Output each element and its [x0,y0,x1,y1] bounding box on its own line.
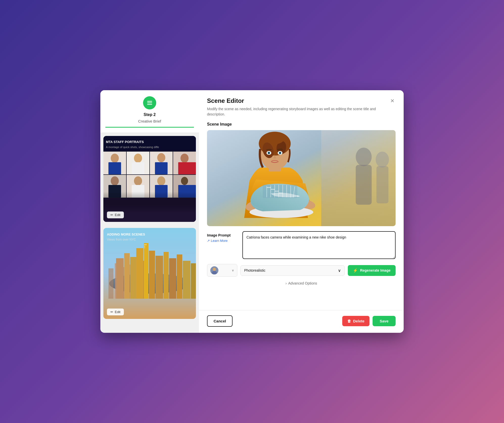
style-label: Photorealistic [244,268,336,272]
svg-text:Views from over NYC: Views from over NYC [107,238,136,241]
controls-row: ∨ Photorealistic ∨ ⚡ Regenerate Image [207,264,396,277]
close-icon: ✕ [390,98,395,104]
svg-rect-11 [132,162,144,174]
menu-icon [146,100,153,106]
close-button[interactable]: ✕ [389,97,396,104]
svg-rect-2 [147,104,152,105]
svg-rect-44 [144,243,148,299]
prompt-label: Image Prompt [207,233,237,237]
svg-point-60 [356,148,372,166]
svg-rect-79 [263,185,297,198]
prompt-textarea[interactable]: Catriona faces camera while examining a … [242,231,396,259]
nyc-illustration: ADDING MORE SCENES Views from over NYC [103,228,196,319]
section-image-title: Scene Image [207,122,396,127]
external-link-icon: ↗ [207,239,210,243]
svg-rect-53 [146,244,146,245]
regenerate-button[interactable]: ⚡ Regenerate Image [348,265,396,276]
svg-rect-17 [178,162,196,174]
advanced-options-label: Advanced Options [288,281,317,285]
trash-icon: 🗑 [347,319,351,323]
avatar-image [210,266,218,274]
save-button[interactable]: Save [373,316,396,326]
svg-rect-43 [136,248,143,299]
svg-point-72 [268,152,270,154]
editor-header: Scene Editor ✕ Modify the scene as neede… [199,90,404,117]
scene-card-nyc: ADDING MORE SCENES Views from over NYC ✏… [103,228,196,319]
svg-rect-50 [183,261,190,299]
chevron-right-icon: › [285,281,287,285]
svg-rect-63 [376,166,388,203]
scene-editor-panel: Scene Editor ✕ Modify the scene as neede… [199,90,404,333]
edit-pencil-icon-2: ✏ [110,310,113,314]
prompt-row: Image Prompt ↗ Learn More Catriona faces… [207,231,396,260]
svg-point-10 [134,154,142,163]
scene-image-preview [207,130,396,226]
bolt-icon: ⚡ [353,268,358,273]
svg-rect-39 [116,258,124,299]
editor-description: Modify the scene as needed, including re… [207,106,379,117]
svg-rect-45 [149,251,155,299]
svg-rect-8 [108,162,121,174]
character-avatar [210,266,218,274]
step-icon [143,96,156,109]
delete-button[interactable]: 🗑 Delete [342,316,370,326]
svg-rect-51 [191,263,196,299]
svg-point-16 [180,154,189,163]
svg-text:MTA STAFF PORTRAITS: MTA STAFF PORTRAITS [106,140,144,144]
svg-point-7 [111,154,119,163]
editor-body: Scene Image [199,117,404,310]
svg-rect-55 [144,247,145,248]
svg-rect-47 [164,252,169,299]
left-panel: Step 2 Creative Brief MTA STAFF PORTRAIT… [100,90,199,333]
edit-button-mta[interactable]: ✏ Edit [107,212,124,218]
svg-rect-61 [356,165,372,205]
svg-rect-48 [169,258,176,299]
style-selector[interactable]: Photorealistic ∨ [240,265,345,276]
scene-preview-image [207,130,396,226]
svg-point-62 [376,152,389,168]
svg-rect-34 [108,268,113,299]
svg-text:ADDING MORE SCENES: ADDING MORE SCENES [107,232,145,236]
svg-text:A montage of quick shots, show: A montage of quick shots, showcasing dif… [106,146,159,149]
svg-point-75 [279,152,281,154]
step-header: Step 2 Creative Brief [100,90,199,133]
svg-rect-14 [155,162,168,174]
svg-point-22 [134,176,142,185]
step-number: Step 2 [144,112,156,117]
svg-rect-1 [147,103,152,103]
edit-button-nyc[interactable]: ✏ Edit [107,309,124,315]
editor-footer: Cancel 🗑 Delete Save [199,310,404,333]
svg-rect-0 [147,101,152,102]
editor-title: Scene Editor [207,97,244,104]
svg-point-13 [157,153,165,162]
learn-more-link[interactable]: ↗ Learn More [207,239,237,243]
svg-rect-52 [144,244,145,245]
prompt-input-col: Catriona faces camera while examining a … [242,231,396,260]
svg-rect-40 [124,253,130,299]
svg-rect-54 [144,246,145,247]
svg-rect-49 [177,254,182,299]
cancel-button[interactable]: Cancel [207,315,233,327]
style-chevron-icon: ∨ [338,268,341,273]
advanced-options-row[interactable]: › Advanced Options [207,280,396,286]
prompt-label-col: Image Prompt ↗ Learn More [207,231,237,243]
svg-point-28 [181,177,188,185]
svg-rect-46 [155,256,163,299]
scene-card-mta: MTA STAFF PORTRAITS A montage of quick s… [103,136,196,222]
svg-point-19 [111,176,119,185]
character-selector[interactable]: ∨ [207,264,237,277]
character-chevron-icon: ∨ [232,269,234,272]
svg-point-69 [265,133,284,144]
green-line [105,127,194,128]
footer-right-buttons: 🗑 Delete Save [342,316,396,326]
edit-pencil-icon: ✏ [110,213,113,217]
mta-illustration: MTA STAFF PORTRAITS A montage of quick s… [103,136,196,222]
step-title: Creative Brief [138,119,161,123]
svg-point-25 [157,176,165,185]
svg-point-93 [213,268,216,271]
